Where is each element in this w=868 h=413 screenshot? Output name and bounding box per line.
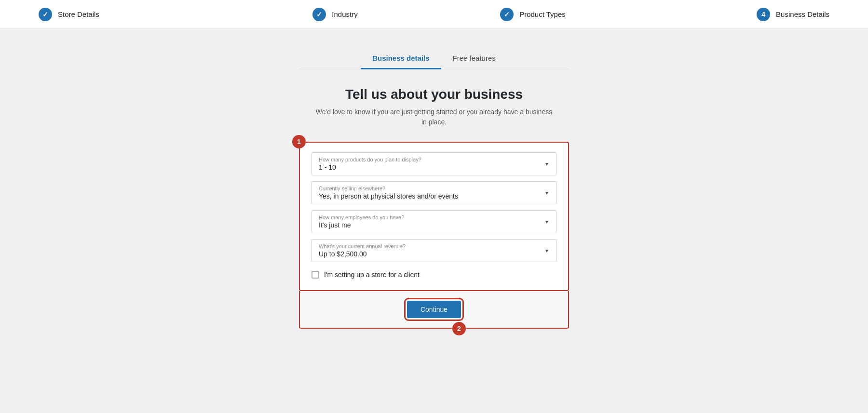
- step-label-product-types: Product Types: [519, 10, 566, 18]
- field-selling-elsewhere: Currently selling elsewhere? Yes, in per…: [312, 181, 556, 204]
- employees-value: It's just me: [319, 221, 539, 229]
- client-checkbox-row: I'm setting up a store for a client: [312, 271, 556, 279]
- step-label-business-details: Business Details: [776, 10, 829, 18]
- selling-elsewhere-value: Yes, in person at physical stores and/or…: [319, 192, 539, 200]
- step-label-store-details: Store Details: [58, 10, 99, 18]
- chevron-down-icon: ▼: [544, 161, 549, 167]
- tab-free-features[interactable]: Free features: [441, 48, 507, 69]
- client-checkbox[interactable]: [312, 271, 319, 279]
- employees-label: How many employees do you have?: [319, 214, 539, 220]
- step-business-details: 4 Business Details: [632, 8, 829, 21]
- products-count-label: How many products do you plan to display…: [319, 157, 539, 162]
- selling-elsewhere-label: Currently selling elsewhere?: [319, 186, 539, 191]
- field-annual-revenue: What's your current annual revenue? Up t…: [312, 239, 556, 262]
- products-count-select[interactable]: How many products do you plan to display…: [312, 152, 556, 175]
- annual-revenue-label: What's your current annual revenue?: [319, 243, 539, 249]
- field-products-count: How many products do you plan to display…: [312, 152, 556, 175]
- employees-select[interactable]: How many employees do you have? It's jus…: [312, 210, 556, 233]
- badge-1: 1: [292, 135, 306, 148]
- step-product-types: Product Types: [434, 8, 632, 21]
- step-icon-product-types: [500, 8, 514, 21]
- step-icon-store-details: [39, 8, 52, 21]
- page-title: Tell us about your business: [313, 87, 555, 102]
- step-store-details: Store Details: [39, 8, 236, 21]
- products-count-value: 1 - 10: [319, 163, 539, 171]
- annual-revenue-select[interactable]: What's your current annual revenue? Up t…: [312, 239, 556, 262]
- continue-outer: Continue 2: [299, 291, 569, 329]
- form-outer: 1 How many products do you plan to displ…: [299, 142, 569, 291]
- chevron-down-icon-2: ▼: [544, 190, 549, 196]
- title-area: Tell us about your business We'd love to…: [313, 87, 555, 127]
- step-icon-business-details: 4: [757, 8, 770, 21]
- step-icon-industry: [312, 8, 326, 21]
- form-container: How many products do you plan to display…: [299, 142, 569, 291]
- selling-elsewhere-select[interactable]: Currently selling elsewhere? Yes, in per…: [312, 181, 556, 204]
- continue-button[interactable]: Continue: [407, 301, 461, 318]
- tab-business-details[interactable]: Business details: [361, 48, 441, 69]
- badge-2: 2: [452, 322, 466, 335]
- chevron-down-icon-4: ▼: [544, 248, 549, 253]
- step-label-industry: Industry: [332, 10, 357, 18]
- tabs: Business details Free features: [299, 48, 569, 69]
- step-industry: Industry: [236, 8, 434, 21]
- client-checkbox-label: I'm setting up a store for a client: [324, 271, 420, 279]
- annual-revenue-value: Up to $2,500.00: [319, 250, 539, 258]
- card-wrapper: 1 How many products do you plan to displ…: [299, 142, 569, 329]
- main-content: Business details Free features Tell us a…: [0, 29, 868, 348]
- field-employees: How many employees do you have? It's jus…: [312, 210, 556, 233]
- stepper: Store Details Industry Product Types 4 B…: [0, 0, 868, 29]
- continue-section: Continue: [299, 291, 569, 329]
- chevron-down-icon-3: ▼: [544, 219, 549, 225]
- page-subtitle: We'd love to know if you are just gettin…: [313, 107, 555, 127]
